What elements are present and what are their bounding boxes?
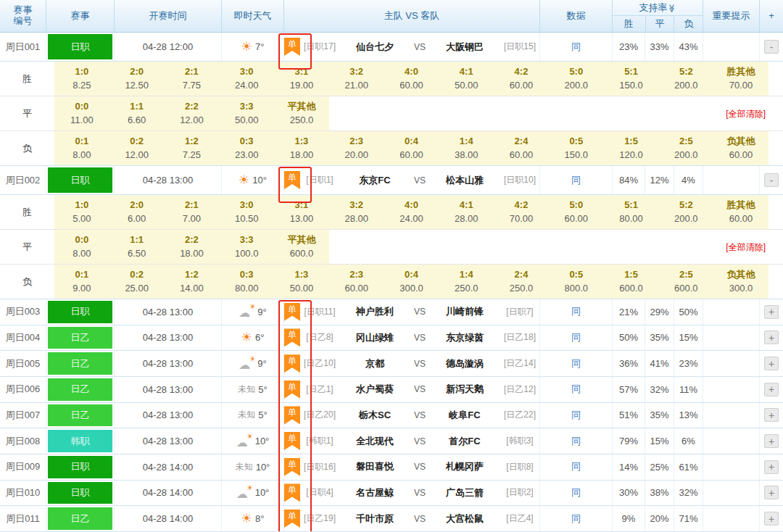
- home-team[interactable]: 水户蜀葵: [339, 383, 410, 396]
- odds-cell[interactable]: 2:17.75: [165, 62, 220, 96]
- odds-cell[interactable]: 2:460.00: [494, 131, 549, 165]
- odds-cell[interactable]: 2:5600.0: [658, 265, 713, 299]
- home-team[interactable]: 京都: [339, 357, 410, 370]
- odds-cell[interactable]: 2:4250.0: [494, 265, 549, 299]
- odds-cell[interactable]: 胜其他60.00: [713, 195, 768, 229]
- odds-cell[interactable]: 5:0200.0: [549, 62, 604, 96]
- odds-cell[interactable]: 2:5200.0: [658, 131, 713, 165]
- odds-cell[interactable]: 1:16.50: [109, 230, 165, 264]
- odds-cell[interactable]: 2:012.50: [109, 62, 165, 96]
- data-link[interactable]: 同: [571, 460, 581, 473]
- odds-cell[interactable]: 5:1150.0: [604, 62, 659, 96]
- expand-button[interactable]: +: [764, 512, 779, 525]
- away-team[interactable]: 广岛三箭: [429, 486, 500, 499]
- odds-cell[interactable]: 1:4250.0: [439, 265, 494, 299]
- expand-button[interactable]: +: [764, 331, 779, 344]
- odds-cell[interactable]: 3:024.00: [219, 62, 274, 96]
- away-team[interactable]: 大阪钢巴: [429, 41, 500, 54]
- odds-cell[interactable]: 0:19.00: [54, 265, 109, 299]
- data-link[interactable]: 同: [571, 409, 581, 422]
- odds-cell[interactable]: 1:438.00: [439, 131, 494, 165]
- collapse-button[interactable]: -: [764, 173, 779, 187]
- odds-cell[interactable]: 3:228.00: [329, 195, 384, 229]
- odds-cell[interactable]: 平其他250.0: [274, 96, 329, 130]
- home-team[interactable]: 仙台七夕: [339, 41, 410, 54]
- odds-cell[interactable]: 负其他60.00: [713, 131, 768, 165]
- odds-cell[interactable]: 4:150.00: [439, 62, 494, 96]
- away-team[interactable]: 札幌冈萨: [429, 460, 500, 473]
- clear-all-link[interactable]: [全部清除]: [726, 241, 766, 253]
- collapse-button[interactable]: -: [764, 40, 779, 54]
- away-team[interactable]: 松本山雅: [429, 174, 500, 187]
- odds-cell[interactable]: 3:010.50: [219, 195, 274, 229]
- odds-cell[interactable]: 0:460.00: [384, 131, 439, 165]
- odds-cell[interactable]: 1:27.25: [165, 131, 220, 165]
- odds-cell[interactable]: 5:2200.0: [658, 62, 713, 96]
- odds-cell[interactable]: 4:260.00: [494, 62, 549, 96]
- data-link[interactable]: 同: [571, 305, 581, 318]
- odds-cell[interactable]: 平其他600.0: [274, 230, 329, 264]
- odds-cell[interactable]: 0:4300.0: [384, 265, 439, 299]
- odds-cell[interactable]: 1:214.00: [165, 265, 220, 299]
- data-link[interactable]: 同: [571, 41, 581, 54]
- data-link[interactable]: 同: [571, 435, 581, 448]
- odds-cell[interactable]: 2:360.00: [329, 265, 384, 299]
- odds-cell[interactable]: 1:16.60: [109, 96, 165, 130]
- home-team[interactable]: 东京FC: [339, 174, 410, 187]
- away-team[interactable]: 川崎前锋: [429, 305, 500, 318]
- header-expand-all[interactable]: +: [760, 0, 783, 32]
- odds-cell[interactable]: 2:06.00: [109, 195, 165, 229]
- odds-cell[interactable]: 4:270.00: [494, 195, 549, 229]
- odds-cell[interactable]: 2:320.00: [329, 131, 384, 165]
- odds-cell[interactable]: 0:18.00: [54, 131, 109, 165]
- odds-cell[interactable]: 0:08.00: [54, 230, 109, 264]
- expand-button[interactable]: +: [764, 486, 779, 499]
- odds-cell[interactable]: 4:060.00: [384, 62, 439, 96]
- odds-cell[interactable]: 2:212.00: [165, 96, 220, 130]
- odds-cell[interactable]: 1:350.00: [274, 265, 329, 299]
- odds-cell[interactable]: 1:5600.0: [604, 265, 659, 299]
- odds-cell[interactable]: 1:318.00: [274, 131, 329, 165]
- odds-cell[interactable]: 0:323.00: [219, 131, 274, 165]
- data-link[interactable]: 同: [571, 174, 581, 187]
- odds-cell[interactable]: 1:08.25: [54, 62, 109, 96]
- odds-cell[interactable]: 3:119.00: [274, 62, 329, 96]
- expand-button[interactable]: +: [764, 434, 779, 448]
- odds-cell[interactable]: 1:05.00: [54, 195, 109, 229]
- away-team[interactable]: 新泻天鹅: [429, 383, 500, 396]
- home-team[interactable]: 冈山绿雉: [339, 331, 410, 344]
- home-team[interactable]: 名古屋鲸: [339, 486, 410, 499]
- data-link[interactable]: 同: [571, 331, 581, 344]
- home-team[interactable]: 磐田喜悦: [339, 460, 410, 473]
- away-team[interactable]: 德岛漩涡: [429, 357, 500, 370]
- odds-cell[interactable]: 4:024.00: [384, 195, 439, 229]
- data-link[interactable]: 同: [571, 383, 581, 396]
- odds-cell[interactable]: 0:011.00: [54, 96, 109, 130]
- expand-button[interactable]: +: [764, 305, 779, 319]
- odds-cell[interactable]: 3:113.00: [274, 195, 329, 229]
- home-team[interactable]: 千叶市原: [339, 512, 410, 525]
- odds-cell[interactable]: 2:17.00: [165, 195, 220, 229]
- expand-button[interactable]: +: [764, 383, 779, 396]
- expand-button[interactable]: +: [764, 460, 779, 474]
- odds-cell[interactable]: 3:3100.0: [219, 230, 274, 264]
- data-link[interactable]: 同: [571, 486, 581, 499]
- odds-cell[interactable]: 5:2200.0: [658, 195, 713, 229]
- odds-cell[interactable]: 0:5800.0: [549, 265, 604, 299]
- home-team[interactable]: 栃木SC: [339, 409, 410, 422]
- clear-all-link[interactable]: [全部清除]: [726, 107, 766, 120]
- odds-cell[interactable]: 5:060.00: [549, 195, 604, 229]
- odds-cell[interactable]: 5:180.00: [604, 195, 659, 229]
- odds-cell[interactable]: 0:225.00: [109, 265, 165, 299]
- expand-button[interactable]: +: [764, 357, 779, 370]
- odds-cell[interactable]: 胜其他70.00: [713, 62, 768, 96]
- odds-cell[interactable]: 0:5150.0: [549, 131, 604, 165]
- away-team[interactable]: 东京绿茵: [429, 331, 500, 344]
- away-team[interactable]: 岐阜FC: [429, 409, 500, 422]
- data-link[interactable]: 同: [571, 512, 581, 525]
- away-team[interactable]: 大宫松鼠: [429, 512, 500, 525]
- header-support-rate[interactable]: 支持率 ≫: [613, 0, 703, 16]
- odds-cell[interactable]: 3:350.00: [219, 96, 274, 130]
- odds-cell[interactable]: 0:212.00: [109, 131, 165, 165]
- odds-cell[interactable]: 0:380.00: [219, 265, 274, 299]
